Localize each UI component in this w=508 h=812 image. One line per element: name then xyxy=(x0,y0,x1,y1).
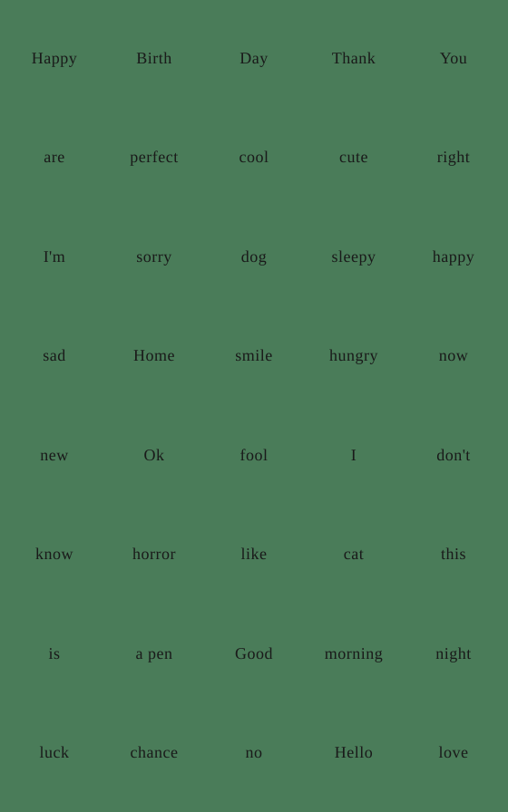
word-6-3: morning xyxy=(325,644,384,664)
word-cell: right xyxy=(404,109,503,208)
word-cell: hungry xyxy=(304,307,404,407)
word-4-1: Ok xyxy=(144,446,165,466)
word-3-3: hungry xyxy=(329,346,378,366)
word-cell: new xyxy=(5,406,104,506)
word-3-1: Home xyxy=(133,346,175,366)
word-cell: know xyxy=(5,506,104,605)
word-cell: now xyxy=(404,307,503,407)
word-1-3: cute xyxy=(339,148,368,168)
word-cell: smile xyxy=(204,307,304,407)
word-1-2: cool xyxy=(239,148,269,168)
word-cell: like xyxy=(204,506,304,605)
word-cell: this xyxy=(404,506,503,605)
word-4-3: I xyxy=(351,446,357,466)
word-3-2: smile xyxy=(235,346,273,366)
word-1-1: perfect xyxy=(130,148,178,168)
word-7-1: chance xyxy=(131,743,179,763)
word-5-2: like xyxy=(241,545,268,565)
word-cell: Day xyxy=(204,9,304,109)
word-cell: I xyxy=(304,406,404,506)
word-6-1: a pen xyxy=(136,644,173,664)
word-grid: HappyBirthDayThankYouareperfectcoolcuter… xyxy=(0,0,508,812)
word-2-0: I'm xyxy=(44,247,66,267)
word-0-1: Birth xyxy=(136,49,172,69)
word-cell: sorry xyxy=(104,208,204,307)
word-cell: Birth xyxy=(104,9,204,109)
word-5-4: this xyxy=(441,545,466,565)
word-cell: happy xyxy=(404,208,503,307)
word-cell: I'm xyxy=(5,208,104,307)
word-5-3: cat xyxy=(344,545,364,565)
word-cell: Happy xyxy=(5,9,104,109)
word-7-0: luck xyxy=(40,743,70,763)
word-7-4: love xyxy=(439,743,469,763)
word-cell: luck xyxy=(5,704,104,804)
word-cell: sleepy xyxy=(304,208,404,307)
word-cell: cool xyxy=(204,109,304,208)
word-cell: is xyxy=(5,604,104,704)
word-4-0: new xyxy=(40,446,69,466)
word-cell: Thank xyxy=(304,9,404,109)
word-7-2: no xyxy=(246,743,263,763)
word-cell: perfect xyxy=(104,109,204,208)
word-cell: cute xyxy=(304,109,404,208)
word-cell: sad xyxy=(5,307,104,407)
word-cell: love xyxy=(404,704,503,804)
word-cell: no xyxy=(204,704,304,804)
word-4-2: fool xyxy=(240,446,269,466)
word-4-4: don't xyxy=(436,446,471,466)
word-cell: fool xyxy=(204,406,304,506)
word-cell: horror xyxy=(104,506,204,605)
word-cell: dog xyxy=(204,208,304,307)
word-3-4: now xyxy=(439,346,469,366)
word-6-4: night xyxy=(435,644,472,664)
word-6-2: Good xyxy=(235,644,273,664)
word-5-0: know xyxy=(35,545,73,565)
word-7-3: Hello xyxy=(335,743,374,763)
word-3-0: sad xyxy=(43,346,66,366)
word-1-0: are xyxy=(44,148,64,168)
word-0-4: You xyxy=(440,49,468,69)
word-0-3: Thank xyxy=(332,49,376,69)
word-cell: are xyxy=(5,109,104,208)
word-2-1: sorry xyxy=(136,247,172,267)
word-cell: Ok xyxy=(104,406,204,506)
word-cell: Good xyxy=(204,604,304,704)
word-cell: don't xyxy=(404,406,503,506)
word-2-3: sleepy xyxy=(332,247,376,267)
word-cell: chance xyxy=(104,704,204,804)
word-cell: Hello xyxy=(304,704,404,804)
word-cell: night xyxy=(404,604,503,704)
word-0-0: Happy xyxy=(32,49,78,69)
word-cell: Home xyxy=(104,307,204,407)
word-cell: cat xyxy=(304,506,404,605)
word-2-2: dog xyxy=(241,247,268,267)
word-0-2: Day xyxy=(239,49,269,69)
word-5-1: horror xyxy=(132,545,176,565)
word-cell: morning xyxy=(304,604,404,704)
word-cell: a pen xyxy=(104,604,204,704)
word-1-4: right xyxy=(437,148,471,168)
word-2-4: happy xyxy=(433,247,475,267)
word-cell: You xyxy=(404,9,503,109)
word-6-0: is xyxy=(48,644,60,664)
